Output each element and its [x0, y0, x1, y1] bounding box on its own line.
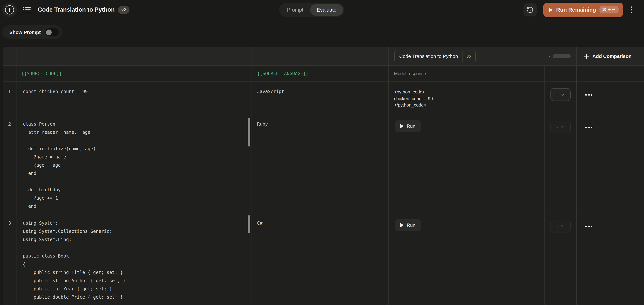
add-comparison-button[interactable]: Add Comparison	[577, 47, 632, 65]
score-dropdown-disabled: -	[550, 121, 571, 133]
variable-source-language: {{SOURCE_LANGUAGE}}	[252, 66, 389, 81]
row-number: 2	[3, 114, 16, 213]
run-row-button[interactable]: Run	[395, 219, 420, 231]
table-row: 1 const chicken_count = 99 JavaScript <p…	[3, 82, 644, 114]
source-language-value: Ruby	[252, 114, 388, 128]
score-progress-bar	[553, 54, 571, 58]
show-prompt-control[interactable]: Show Prompt	[2, 25, 62, 39]
evaluation-table: Code Translation to Python v2 - Add Comp…	[2, 47, 644, 305]
toggle-knob	[46, 29, 52, 35]
variable-num-cell	[3, 66, 16, 81]
score-cell: -	[545, 213, 577, 305]
header-lang-cell	[252, 47, 389, 65]
variable-actions-cell	[577, 66, 644, 81]
model-response-cell: Run	[389, 213, 545, 305]
header-add-comparison-cell: Add Comparison	[577, 47, 644, 65]
score-value: -	[557, 223, 558, 229]
cell-scrollbar-thumb[interactable]	[248, 118, 250, 147]
tab-prompt[interactable]: Prompt	[280, 4, 310, 16]
source-language-value: JavaScript	[252, 82, 388, 96]
source-code-cell[interactable]: class Person attr_reader :name, :age def…	[16, 114, 252, 213]
header-model-cell: Code Translation to Python v2 -	[389, 47, 577, 65]
table-row: 2 class Person attr_reader :name, :age d…	[3, 114, 644, 213]
source-language-cell[interactable]: C#	[252, 213, 389, 305]
ellipsis-icon	[585, 127, 587, 128]
row-menu-button[interactable]	[583, 224, 594, 230]
chevron-down-icon	[561, 126, 564, 128]
score-dropdown[interactable]: -	[550, 88, 571, 101]
row-menu-button[interactable]	[583, 124, 594, 130]
cell-scrollbar-thumb[interactable]	[248, 215, 250, 233]
source-code-value: const chicken_count = 99	[16, 82, 251, 99]
actions-cell	[577, 82, 644, 114]
kebab-icon	[631, 6, 632, 8]
ellipsis-icon	[585, 94, 587, 96]
actions-cell	[577, 213, 644, 305]
model-pill-version: v2	[463, 50, 475, 63]
header-num-cell	[3, 47, 16, 65]
top-bar-actions: Run Remaining ⌘ + ↵	[524, 0, 644, 19]
header-code-cell	[16, 47, 252, 65]
model-response-cell: Run	[389, 114, 545, 213]
row-number: 1	[3, 82, 16, 114]
model-response-cell[interactable]: <python_code> chicken_count = 99 </pytho…	[389, 82, 545, 114]
source-language-value: C#	[252, 213, 388, 227]
play-icon	[549, 7, 553, 12]
top-bar: Code Translation to Python v2 Prompt Eva…	[0, 0, 644, 19]
model-response-value: <python_code> chicken_count = 99 </pytho…	[389, 82, 544, 109]
row-menu-button[interactable]	[583, 92, 594, 98]
variable-model-response: Model response	[389, 66, 545, 81]
run-row-button[interactable]: Run	[395, 120, 420, 132]
add-comparison-label: Add Comparison	[592, 53, 632, 59]
history-icon	[527, 6, 534, 13]
source-code-variable-label: {{SOURCE_CODE}}	[16, 71, 62, 76]
plus-circle-icon	[4, 5, 14, 15]
plus-icon	[584, 53, 589, 59]
play-icon	[400, 223, 404, 227]
model-response-label: Model response	[389, 71, 426, 76]
score-value: -	[557, 124, 558, 130]
source-code-cell[interactable]: using System; using System.Collections.G…	[16, 213, 252, 305]
mode-tabs: Prompt Evaluate	[279, 3, 344, 17]
source-language-cell[interactable]: JavaScript	[252, 82, 389, 114]
score-cell: -	[545, 82, 577, 114]
model-version-pill[interactable]: Code Translation to Python v2	[394, 49, 476, 63]
play-icon	[400, 124, 404, 128]
row-number: 3	[3, 213, 16, 305]
chevron-down-icon	[561, 225, 564, 227]
variable-source-code: {{SOURCE_CODE}}	[16, 66, 252, 81]
plus-separator: +	[607, 8, 611, 12]
show-prompt-label: Show Prompt	[9, 29, 41, 35]
run-remaining-label: Run Remaining	[556, 7, 596, 13]
score-value: -	[557, 92, 558, 97]
source-language-variable-label: {{SOURCE_LANGUAGE}}	[252, 71, 308, 76]
show-prompt-toggle[interactable]	[45, 28, 59, 36]
new-prompt-button[interactable]	[4, 5, 14, 15]
score-cell: -	[545, 114, 577, 213]
source-code-value: class Person attr_reader :name, :age def…	[16, 114, 251, 213]
list-icon	[23, 6, 31, 13]
history-button[interactable]	[524, 3, 537, 16]
actions-cell	[577, 114, 644, 213]
tab-evaluate[interactable]: Evaluate	[310, 4, 343, 16]
table-row: 3 using System; using System.Collections…	[3, 213, 644, 305]
table-variable-row: {{SOURCE_CODE}} {{SOURCE_LANGUAGE}} Mode…	[3, 66, 644, 82]
enter-key-icon: ↵	[612, 8, 616, 12]
score-dropdown-disabled: -	[550, 220, 571, 233]
run-button-label: Run	[407, 124, 415, 129]
source-code-cell[interactable]: const chicken_count = 99	[16, 82, 252, 114]
workbench-evaluate-page: Code Translation to Python v2 Prompt Eva…	[0, 0, 644, 305]
chevron-down-icon	[561, 93, 564, 96]
model-pill-name: Code Translation to Python	[395, 50, 463, 63]
overflow-menu-button[interactable]	[630, 5, 634, 14]
cmd-key-icon: ⌘	[602, 8, 606, 12]
version-badge: v2	[118, 6, 130, 14]
prompt-list-button[interactable]	[23, 6, 31, 13]
table-model-header-row: Code Translation to Python v2 - Add Comp…	[3, 47, 644, 66]
aggregate-score-placeholder: -	[548, 53, 550, 59]
source-language-cell[interactable]: Ruby	[252, 114, 389, 213]
ellipsis-icon	[585, 226, 587, 227]
run-button-label: Run	[407, 223, 415, 228]
page-title: Code Translation to Python	[38, 6, 115, 13]
run-remaining-button[interactable]: Run Remaining ⌘ + ↵	[544, 2, 623, 17]
